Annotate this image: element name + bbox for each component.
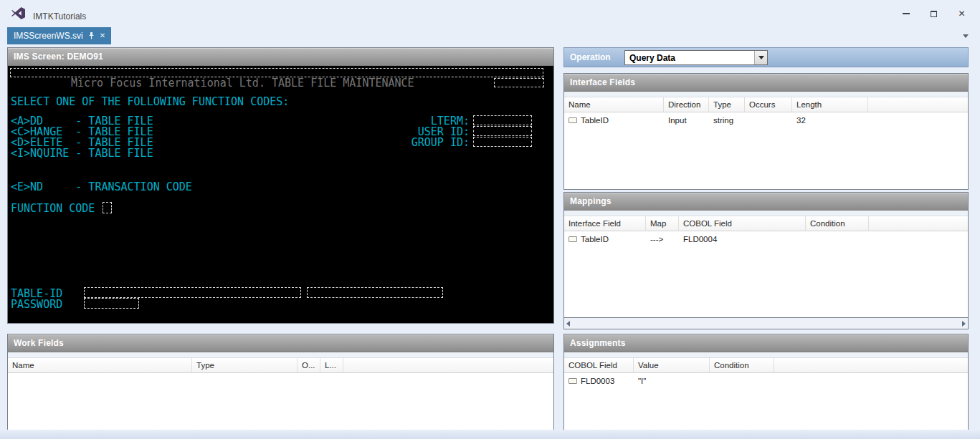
cell-value: "I" [634,377,710,385]
operation-dropdown-button[interactable] [754,51,767,64]
column-header-occurs[interactable]: O... [298,358,320,372]
column-header-type[interactable]: Type [709,97,745,112]
mappings-column-headers: Interface Field Map COBOL Field Conditio… [564,216,968,231]
terminal-banner-text: Micro Focus International Ltd. TABLE FIL… [71,78,414,89]
window-title: IMTKTutorials [33,11,86,21]
interface-fields-panel: Interface Fields Name Direction Type Occ… [563,73,969,190]
work-fields-body [8,373,553,430]
column-header-length[interactable]: L... [320,358,343,372]
column-header-direction[interactable]: Direction [664,97,709,112]
tab-list-dropdown-icon[interactable] [963,34,969,38]
operation-selected-value: Query Data [625,51,754,64]
maximize-button[interactable] [921,6,946,21]
terminal-groupid-field[interactable] [473,137,532,147]
cell-interface-field: TableID [564,235,646,243]
column-header-condition[interactable]: Condition [710,358,774,372]
assignments-panel: Assignments COBOL Field Value Condition … [563,334,969,430]
cell-map: ---> [646,235,679,243]
mappings-header: Mappings [564,193,968,211]
work-fields-column-headers: Name Type O... L... [8,358,553,373]
column-header-cobol-field[interactable]: COBOL Field [564,358,634,372]
mappings-body: TableID ---> FLD0004 [564,231,968,317]
column-header-map[interactable]: Map [646,216,679,231]
chevron-down-icon [758,56,764,59]
terminal-lterm-field[interactable] [473,115,532,125]
interface-fields-column-headers: Name Direction Type Occurs Length [564,97,968,112]
horizontal-scrollbar[interactable] [563,318,969,329]
operation-bar: Operation Query Data [563,47,969,67]
window-bottom-edge [0,430,980,439]
field-icon [569,378,577,384]
ims-screen-header: IMS Screen: DEMO91 [8,48,553,66]
interface-fields-header: Interface Fields [564,74,968,92]
cell-length: 32 [792,116,868,125]
document-tab-strip: IMSScreenWS.svi ✕ [0,27,980,44]
terminal-code-inquire: <I>NQUIRE - TABLE FILE [11,148,153,159]
interface-fields-body: TableID Input string 32 [564,112,968,189]
mappings-panel: Mappings Interface Field Map COBOL Field… [563,192,969,318]
column-header-type[interactable]: Type [192,358,298,372]
terminal-userid-field[interactable] [473,126,532,136]
operation-dropdown[interactable]: Query Data [624,50,768,65]
terminal-tableid-field-2[interactable] [307,287,443,298]
column-header-filler [343,358,553,372]
work-fields-header: Work Fields [8,334,553,352]
column-header-name[interactable]: Name [8,358,192,372]
cell-cobol-field: FLD0003 [564,377,634,385]
terminal-code-end: <E>ND - TRANSACTION CODE [11,182,192,193]
column-header-condition[interactable]: Condition [806,216,869,231]
close-icon: ✕ [958,9,965,18]
terminal-password-field[interactable] [84,298,139,309]
column-header-occurs[interactable]: Occurs [745,97,792,112]
table-row[interactable]: TableID ---> FLD0004 [564,231,968,246]
tab-label: IMSScreenWS.svi [14,31,83,41]
terminal-tableid-field[interactable] [84,287,301,298]
operation-label: Operation [570,52,611,62]
scroll-right-icon[interactable] [962,321,966,327]
assignments-grid: COBOL Field Value Condition FLD0003 "I" [564,357,968,430]
terminal-select-prompt: SELECT ONE OF THE FOLLOWING FUNCTION COD… [11,97,289,107]
assignments-body: FLD0003 "I" [564,373,968,430]
scroll-left-icon[interactable] [566,321,570,327]
field-icon [569,117,577,123]
column-header-interface-field[interactable]: Interface Field [564,216,646,231]
terminal-function-code-label: FUNCTION CODE [11,203,95,214]
interface-fields-grid: Name Direction Type Occurs Length TableI… [564,97,968,189]
cell-type: string [709,116,745,125]
assignments-header: Assignments [564,334,968,352]
pin-icon[interactable] [88,32,95,40]
tab-close-icon[interactable]: ✕ [100,32,105,39]
work-fields-grid: Name Type O... L... [8,357,553,430]
terminal-groupid-label: GROUP ID: [338,138,470,148]
mappings-grid: Interface Field Map COBOL Field Conditio… [564,216,968,317]
column-header-name[interactable]: Name [564,97,664,112]
tab-imsscreenws[interactable]: IMSScreenWS.svi ✕ [7,27,111,44]
cell-cobol-field: FLD0004 [679,235,806,243]
cell-name: TableID [564,116,664,125]
column-header-filler [868,97,968,112]
column-header-filler [774,358,968,372]
minimize-button[interactable] [893,6,918,21]
terminal-input-field[interactable] [494,78,544,87]
window-controls: ✕ [893,6,974,21]
column-header-filler [869,216,968,231]
field-icon [569,236,577,242]
terminal-password-label: PASSWORD [11,299,62,310]
table-row[interactable]: FLD0003 "I" [564,373,968,388]
terminal-function-code-field[interactable] [103,202,112,213]
column-header-length[interactable]: Length [792,97,868,112]
close-button[interactable]: ✕ [949,6,974,21]
column-header-cobol-field[interactable]: COBOL Field [679,216,806,231]
ims-screen-panel: IMS Screen: DEMO91 Micro Focus Internati… [7,47,554,324]
title-bar: IMTKTutorials ✕ [0,0,980,27]
ims-terminal[interactable]: Micro Focus International Ltd. TABLE FIL… [8,66,553,323]
visual-studio-logo-icon [11,7,25,19]
maximize-icon [931,11,937,17]
cell-direction: Input [664,116,709,125]
minimize-icon [903,13,910,14]
column-header-value[interactable]: Value [634,358,710,372]
work-fields-panel: Work Fields Name Type O... L... [7,334,554,430]
table-row[interactable]: TableID Input string 32 [564,112,968,127]
assignments-column-headers: COBOL Field Value Condition [564,358,968,373]
